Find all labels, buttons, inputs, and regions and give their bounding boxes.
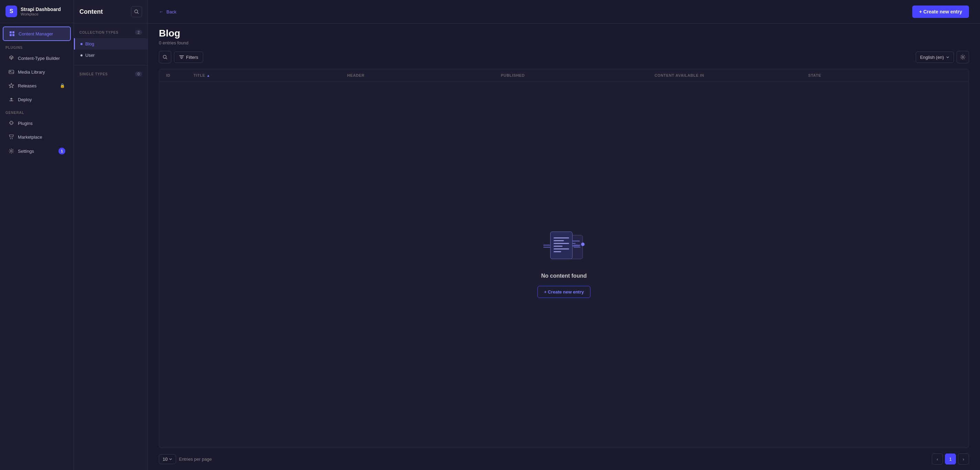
col-content-available: CONTENT AVAILABLE IN xyxy=(654,73,808,77)
collection-types-section: COLLECTION TYPES 2 Blog User xyxy=(74,24,148,65)
sidebar-item-label: Media Library xyxy=(18,70,45,75)
empty-state: No content found + Create new entry xyxy=(159,82,969,448)
sidebar-item-label: Content Manager xyxy=(19,31,53,37)
content-panel-header: Content xyxy=(74,0,148,24)
sidebar-item-deploy[interactable]: Deploy xyxy=(3,93,71,106)
pagination-bar: 10 Entries per page ‹ 1 › xyxy=(148,448,980,470)
col-published-label: PUBLISHED xyxy=(501,73,525,77)
col-id-label: ID xyxy=(166,73,170,77)
filter-button[interactable]: Filters xyxy=(174,52,203,63)
svg-rect-1 xyxy=(13,31,14,33)
single-types-section: SINGLE TYPES 0 xyxy=(74,65,148,84)
empty-state-title: No content found xyxy=(541,273,587,279)
blog-label: Blog xyxy=(85,41,94,46)
per-page-dropdown[interactable]: 10 xyxy=(159,454,176,464)
svg-rect-3 xyxy=(13,34,14,36)
entries-label: entries found xyxy=(163,40,188,45)
filter-label: Filters xyxy=(186,55,198,60)
svg-rect-0 xyxy=(10,31,12,33)
middle-item-blog[interactable]: Blog xyxy=(74,38,148,49)
sidebar-item-marketplace[interactable]: Marketplace xyxy=(3,131,71,143)
main-content: ← Back + Create new entry Blog 0 entries… xyxy=(148,0,980,470)
page-1-button[interactable]: 1 xyxy=(945,454,956,465)
sidebar-item-content-manager[interactable]: Content Manager xyxy=(3,27,71,41)
create-entry-top-label: + Create new entry xyxy=(919,9,962,14)
general-section-label: General xyxy=(0,107,73,116)
col-title-label: TITLE xyxy=(194,73,205,77)
toolbar-left: Filters xyxy=(159,51,203,63)
page-header: Blog 0 entries found xyxy=(148,24,980,45)
col-state-label: STATE xyxy=(808,73,821,77)
gear-button[interactable] xyxy=(957,51,969,63)
empty-illustration xyxy=(543,231,585,266)
sidebar-item-releases[interactable]: Releases 🔒 xyxy=(3,79,71,92)
sidebar-item-label: Content-Type Builder xyxy=(18,56,60,61)
media-library-icon xyxy=(8,69,14,75)
app-title: Strapi Dashboard xyxy=(21,6,61,12)
col-state: STATE xyxy=(808,73,962,77)
create-entry-empty-label: + Create new entry xyxy=(544,289,584,295)
create-entry-button-top[interactable]: + Create new entry xyxy=(912,5,969,18)
sidebar-item-label: Deploy xyxy=(18,97,32,102)
locale-selector[interactable]: English (en) xyxy=(916,52,954,63)
entries-count: 0 xyxy=(159,40,161,45)
page-subtitle: 0 entries found xyxy=(159,40,969,45)
settings-badge: 1 xyxy=(59,148,65,155)
content-search-button[interactable] xyxy=(131,6,142,17)
releases-lock-icon: 🔒 xyxy=(59,83,65,89)
releases-icon xyxy=(8,83,14,89)
next-page-button[interactable]: › xyxy=(958,454,969,465)
breadcrumb[interactable]: ← Back xyxy=(159,9,177,14)
sidebar-item-media-library[interactable]: Media Library xyxy=(3,65,71,78)
page-title: Blog xyxy=(159,28,969,39)
svg-point-6 xyxy=(10,138,11,139)
content-panel-title: Content xyxy=(80,8,103,16)
content-manager-icon xyxy=(9,30,15,37)
app-subtitle: Workplace xyxy=(21,12,61,16)
locale-label: English (en) xyxy=(920,55,944,60)
deploy-icon xyxy=(8,96,14,102)
create-entry-button-empty[interactable]: + Create new entry xyxy=(538,286,590,298)
sidebar-item-plugins[interactable]: Plugins xyxy=(3,116,71,130)
per-page-select: 10 Entries per page xyxy=(159,454,212,464)
sidebar: S Strapi Dashboard Workplace Content Man… xyxy=(0,0,74,470)
per-page-label: Entries per page xyxy=(179,457,212,462)
user-dot xyxy=(81,54,83,56)
col-content-available-label: CONTENT AVAILABLE IN xyxy=(654,73,704,77)
sidebar-item-label: Settings xyxy=(18,149,34,154)
app-logo[interactable]: S Strapi Dashboard Workplace xyxy=(0,0,73,23)
svg-point-7 xyxy=(12,138,13,139)
middle-item-user[interactable]: User xyxy=(74,49,148,61)
sidebar-nav: Content Manager Plugins Content-Type Bui… xyxy=(0,23,73,470)
col-header: HEADER xyxy=(347,73,501,77)
sidebar-item-content-type-builder[interactable]: Content-Type Builder xyxy=(3,52,71,65)
user-label: User xyxy=(85,53,95,58)
toolbar: Filters English (en) xyxy=(148,45,980,69)
svg-point-11 xyxy=(962,56,964,58)
collection-types-label: COLLECTION TYPES xyxy=(80,30,118,34)
prev-page-button[interactable]: ‹ xyxy=(932,454,943,465)
plugins-icon xyxy=(8,120,14,126)
page-number: 1 xyxy=(949,457,951,462)
sidebar-item-settings[interactable]: Settings 1 xyxy=(3,144,71,158)
collection-types-count: 2 xyxy=(135,30,142,35)
col-header-label: HEADER xyxy=(347,73,364,77)
content-table: ID TITLE ▲ HEADER PUBLISHED CONTENT AVAI… xyxy=(159,69,969,448)
col-title[interactable]: TITLE ▲ xyxy=(194,73,347,77)
main-topbar: ← Back + Create new entry xyxy=(148,0,980,24)
sidebar-item-label: Marketplace xyxy=(18,135,42,140)
back-arrow-icon: ← xyxy=(159,9,164,14)
marketplace-icon xyxy=(8,134,14,140)
svg-rect-2 xyxy=(10,34,12,36)
logo-icon: S xyxy=(5,5,17,17)
pagination-nav: ‹ 1 › xyxy=(932,454,969,465)
per-page-value: 10 xyxy=(163,457,167,462)
toolbar-right: English (en) xyxy=(916,51,969,63)
sort-arrow-icon: ▲ xyxy=(207,73,210,77)
search-button[interactable] xyxy=(159,51,171,63)
sidebar-item-label: Releases xyxy=(18,83,37,88)
single-types-label: SINGLE TYPES xyxy=(80,72,108,76)
breadcrumb-label: Back xyxy=(166,9,177,14)
settings-icon xyxy=(8,148,14,154)
blog-dot xyxy=(81,43,83,45)
